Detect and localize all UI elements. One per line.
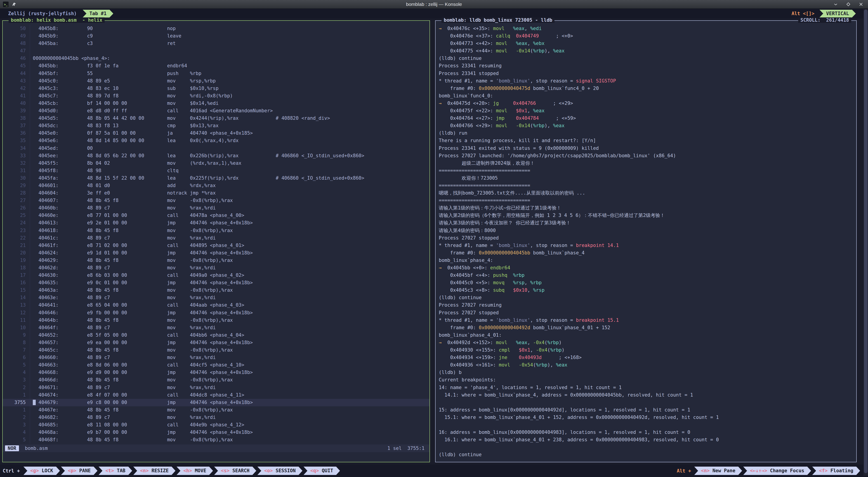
asm-line[interactable]: 44 4045bf: 55 push %rbp — [3, 70, 430, 77]
terminal-line: Process 27027 stopped — [439, 309, 856, 317]
alt-keybind-floating[interactable]: <f> Floating — [812, 467, 860, 475]
asm-line[interactable]: 4600000000004045bb <phase_4>: — [3, 55, 430, 62]
asm-line[interactable]: 48 4045ba: c3 ret — [3, 40, 430, 47]
keybind-move[interactable]: <h> MOVE — [177, 467, 213, 475]
asm-line[interactable]: 5 40468f: 48 8b 45 f8 mov -0x8(%rbp),%ra… — [3, 436, 430, 444]
terminal-line: bomb_linux`phase_4: — [439, 257, 856, 264]
keybind-pane[interactable]: <p> PANE — [61, 467, 97, 475]
konsole-scrollbar[interactable] — [864, 9, 868, 476]
tab-1[interactable]: Tab #1 — [83, 10, 113, 18]
asm-line[interactable]: 32 4045f5: 8b 04 02 mov (%rdx,%rax,1),%e… — [3, 160, 430, 167]
asm-line[interactable]: 28 404604: 3e ff e0 notrack jmp *%rax — [3, 189, 430, 197]
asm-text: 4045dc: 48 83 f8 13 cmp $0x13,%rax — [30, 122, 430, 129]
terminal-line: * thread #1, name = 'bomb_linux', stop r… — [439, 317, 856, 324]
asm-line[interactable]: 39 4045d0: e8 d8 d0 ff ff call 4016ad <G… — [3, 107, 430, 115]
scrollbar-thumb[interactable] — [864, 9, 868, 473]
keybind-tab[interactable]: <t> TAB — [98, 467, 132, 475]
asm-line[interactable]: 49 4045b9: c9 leave — [3, 32, 430, 40]
asm-line[interactable]: 14 40463e: 48 89 c7 mov %rax,%rdi — [3, 294, 430, 301]
asm-line[interactable]: 30 4045fa: 48 8d 15 5f 22 00 00 lea 0x22… — [3, 174, 430, 182]
asm-line[interactable]: 47 — [3, 47, 430, 55]
asm-text: 404685: e8 11 08 00 00 call 404e9b <phas… — [30, 421, 430, 428]
keybind-search[interactable]: <s> SEARCH — [214, 467, 256, 475]
close-button[interactable] — [858, 1, 864, 7]
asm-line[interactable]: 27 404607: 48 8b 45 f8 mov -0x8(%rbp),%r… — [3, 197, 430, 204]
asm-line[interactable]: 16 404635: e9 0c 01 00 00 jmp 404746 <ph… — [3, 279, 430, 287]
asm-line[interactable]: 2 404671: 48 89 c7 mov %rax,%rdi — [3, 384, 430, 391]
keybind-session[interactable]: <o> SESSION — [257, 467, 303, 475]
terminal-output[interactable]: → 0x40476c <+35>: movl %eax, %edi 0x4047… — [436, 25, 856, 462]
asm-text: 40463a: 48 8b 45 f8 mov -0x8(%rbp),%rax — [30, 287, 430, 294]
asm-line[interactable]: 42 4045c3: 48 83 ec 10 sub $0x10,%rsp — [3, 85, 430, 92]
asm-line[interactable]: 7 40465c: 48 8b 45 f8 mov -0x8(%rbp),%ra… — [3, 346, 430, 354]
terminal-line: 超级二进制炸弹2024版，欢迎你！ — [439, 160, 856, 167]
asm-line[interactable]: 17 404630: e8 6b 03 00 00 call 4049a0 <p… — [3, 272, 430, 279]
asm-line[interactable]: 20 404624: e9 1d 01 00 00 jmp 404746 <ph… — [3, 249, 430, 257]
asm-line[interactable]: 10 40464f: 48 89 c7 mov %rax,%rdi — [3, 324, 430, 331]
keybind-quit[interactable]: <q> QUIT — [304, 467, 340, 475]
asm-line[interactable]: 31 4045f8: 48 98 cltq — [3, 167, 430, 174]
asm-line[interactable]: 33 4045ee: 48 8d 05 6b 22 00 00 lea 0x22… — [3, 152, 430, 160]
window-titlebar[interactable]: >_ bomblab : zellij — Konsole — [0, 0, 868, 8]
asm-line[interactable]: 9 404652: e8 5f 05 00 00 call 404bb6 <ph… — [3, 331, 430, 339]
keybind-key: <n> — [140, 468, 149, 473]
asm-line[interactable]: 24 404613: e9 2e 01 00 00 jmp 404746 <ph… — [3, 219, 430, 227]
asm-line[interactable]: 8 404657: e9 ea 00 00 00 jmp 404746 <pha… — [3, 339, 430, 346]
asm-line[interactable]: 38 4045d5: 48 8b 05 44 42 00 00 mov 0x42… — [3, 115, 430, 122]
asm-line[interactable]: 3755 404679: e9 c8 00 00 00 jmp 404746 <… — [3, 399, 430, 406]
terminal-line: 15: address = bomb_linux[0x0000000000404… — [439, 406, 856, 414]
asm-line[interactable]: 22 40461c: 48 89 c7 mov %rax,%rdi — [3, 234, 430, 242]
minimize-button[interactable] — [833, 1, 839, 7]
keybind-resize[interactable]: <n> RESIZE — [133, 467, 176, 475]
terminal-line: (lldb) continue — [439, 294, 856, 301]
editor-selection-position: 1 sel 3755:1 — [388, 446, 425, 451]
asm-line[interactable]: 6 404660: 48 89 c7 mov %rax,%rdi — [3, 354, 430, 361]
terminal-line: → 0x40476c <+35>: movl %eax, %edi — [439, 25, 856, 32]
asm-line[interactable]: 37 4045dc: 48 83 f8 13 cmp $0x13,%rax — [3, 122, 430, 129]
keybind-key: <n> — [701, 468, 710, 473]
asm-line[interactable]: 23 404618: 48 8b 45 f8 mov -0x8(%rbp),%r… — [3, 227, 430, 234]
asm-line[interactable]: 45 4045bb: f3 0f 1e fa endbr64 — [3, 62, 430, 70]
asm-line[interactable]: 3 404685: e8 11 08 00 00 call 404e9b <ph… — [3, 421, 430, 428]
asm-line[interactable]: 35 4045e6: 48 8d 14 85 00 00 00 lea 0x0(… — [3, 137, 430, 145]
keybind-key: <o> — [264, 468, 273, 473]
window-title: bomblab : zellij — Konsole — [0, 2, 868, 7]
terminal-line: Process 27027 resuming — [439, 301, 856, 309]
helix-pane[interactable]: bomblab: helix bomb.asm - helix 50 4045b… — [2, 20, 430, 462]
asm-line[interactable]: 15 40463a: 48 8b 45 f8 mov -0x8(%rbp),%r… — [3, 287, 430, 294]
asm-line[interactable]: 41 4045c7: 48 89 7d f8 mov %rdi,-0x8(%rb… — [3, 92, 430, 100]
asm-line[interactable]: 1 404674: e8 4f 07 00 00 call 404dc8 <ph… — [3, 391, 430, 399]
lldb-pane[interactable]: bomblab: lldb bomb_linux 723005 - lldb S… — [435, 20, 857, 462]
line-number: 44 — [3, 70, 30, 77]
editor-buffer[interactable]: 50 4045b8: 90 nop49 4045b9: c9 leave48 4… — [3, 25, 430, 462]
maximize-button[interactable] — [845, 1, 851, 7]
asm-line[interactable]: 26 40460b: 48 89 c7 mov %rax,%rdi — [3, 204, 430, 212]
asm-line[interactable]: 29 404601: 48 01 d0 add %rdx,%rax — [3, 182, 430, 189]
asm-line[interactable]: 4 40468a: e9 b7 00 00 00 jmp 404746 <pha… — [3, 428, 430, 436]
asm-line[interactable]: 21 40461f: e8 71 02 00 00 call 404895 <p… — [3, 242, 430, 249]
asm-line[interactable]: 4 404668: e9 d9 00 00 00 jmp 404746 <pha… — [3, 369, 430, 376]
asm-line[interactable]: 25 40460e: e8 77 01 00 00 call 40478a <p… — [3, 212, 430, 219]
asm-line[interactable]: 1 40467e: 48 8b 45 f8 mov -0x8(%rbp),%ra… — [3, 406, 430, 414]
asm-text: 4045ba: c3 ret — [30, 40, 430, 47]
asm-line[interactable]: 5 404663: e8 8d 06 00 00 call 404cf5 <ph… — [3, 361, 430, 369]
alt-keybind-new-pane[interactable]: <n> New Pane — [694, 467, 742, 475]
asm-line[interactable]: 36 4045e0: 0f 87 5a 01 00 00 ja 404740 <… — [3, 129, 430, 137]
asm-line[interactable]: 11 40464b: 48 8b 45 f8 mov -0x8(%rbp),%r… — [3, 317, 430, 324]
line-number: 27 — [3, 197, 30, 204]
asm-line[interactable]: 43 4045c0: 48 89 e5 mov %rsp,%rbp — [3, 77, 430, 85]
asm-line[interactable]: 3 40466d: 48 8b 45 f8 mov -0x8(%rbp),%ra… — [3, 376, 430, 384]
asm-line[interactable]: 34 4045ed: 00 — [3, 145, 430, 152]
asm-text: 404652: e8 5f 05 00 00 call 404bb6 <phas… — [30, 331, 430, 339]
asm-line[interactable]: 12 404646: e9 fb 00 00 00 jmp 404746 <ph… — [3, 309, 430, 317]
asm-line[interactable]: 2 404682: 48 89 c7 mov %rax,%rdi — [3, 414, 430, 421]
asm-line[interactable]: 19 404629: 48 8b 45 f8 mov -0x8(%rbp),%r… — [3, 257, 430, 264]
keybind-lock[interactable]: <g> LOCK — [24, 467, 60, 475]
line-number: 26 — [3, 204, 30, 212]
asm-line[interactable]: 50 4045b8: 90 nop — [3, 25, 430, 32]
asm-line[interactable]: 18 40462d: 48 89 c7 mov %rax,%rdi — [3, 264, 430, 272]
asm-line[interactable]: 40 4045cb: bf 14 00 00 00 mov $0x14,%edi — [3, 100, 430, 107]
terminal-line: 0x4045c0 <+5>: movq %rsp, %rbp — [439, 279, 856, 287]
alt-keybind-change-focus[interactable]: <←↓↑→> Change Focus — [743, 467, 811, 475]
asm-line[interactable]: 13 404641: e8 65 04 00 00 call 404aab <p… — [3, 301, 430, 309]
